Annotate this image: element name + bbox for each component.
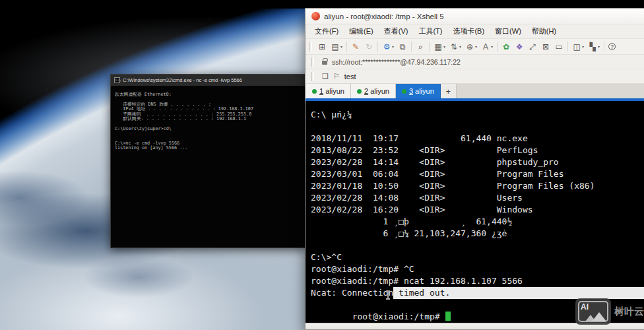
- lock-icon: ⊠: [541, 42, 550, 51]
- menu-help[interactable]: 帮助(H): [527, 26, 562, 36]
- fullscreen-icon: ⤢: [528, 42, 537, 51]
- menu-window[interactable]: 窗口(W): [490, 26, 527, 36]
- lock-button[interactable]: ⊠: [539, 40, 552, 53]
- transfer-icon: ⇅: [449, 42, 459, 51]
- new-tab-button[interactable]: +: [441, 84, 457, 98]
- xshell-titlebar[interactable]: aliyun - root@xiaodi: /tmp - Xshell 5: [306, 9, 644, 24]
- terminal-line: root@xiaodi:/tmp# ^C: [311, 263, 644, 275]
- terminal-line: 2023/02/28 14:08 <DIR> Users: [311, 192, 644, 204]
- terminal-line: 2013/08/22 23:52 <DIR> PerfLogs: [311, 145, 644, 156]
- watermark: AI 树叶云: [575, 298, 644, 325]
- cmd-line: [115, 131, 302, 136]
- ncat-error-text: Ncat: Connection: [311, 287, 393, 299]
- session-properties-button[interactable]: ⚙▾: [380, 40, 396, 53]
- transfer-button[interactable]: ⇅▾: [447, 40, 463, 53]
- lock-icon: [322, 61, 327, 65]
- new-session-icon: ⊞: [317, 42, 327, 51]
- menu-edit[interactable]: 编辑(E): [344, 26, 379, 36]
- terminal-line: 2023/03/01 06:04 <DIR> Program Files: [311, 168, 644, 180]
- cmd-window-title: C:\Windows\system32\cmd.exe - nc -e cmd …: [123, 77, 242, 83]
- cmd-line: listening on [any] 5566 ...: [115, 146, 302, 150]
- new-session-button[interactable]: ⊞: [315, 40, 329, 53]
- toolbar-separator: [567, 42, 568, 51]
- xshell-toolbar: ⊞ ▤▾ ✎ ↻ ⚙▾ ⧉ ⌕ ▦▾ ⇅▾ ⊕▾ A▾ ✿ ❖ ⤢ ⊠ ▭ ◫▾…: [306, 39, 644, 55]
- cmd-terminal[interactable]: 以太网适配器 Ethernet0: 连接特定的 DNS 后缀 . . . . .…: [111, 86, 306, 151]
- tab-connected-icon: [357, 89, 362, 94]
- menu-view[interactable]: 查看(V): [379, 26, 414, 36]
- terminal-cursor: [445, 312, 451, 321]
- session-shortcut-icon[interactable]: ❏: [322, 72, 329, 81]
- search-icon: ⌕: [416, 42, 425, 51]
- font-button[interactable]: A▾: [479, 40, 495, 53]
- print-button[interactable]: ▦▾: [432, 40, 447, 53]
- tab-2-aliyun[interactable]: 2 aliyun: [351, 84, 396, 98]
- plugin-icon: ❖: [515, 42, 524, 51]
- bookmark-item-test[interactable]: test: [344, 73, 356, 81]
- mouse-ibeam-cursor: [387, 291, 389, 299]
- copy-icon: ⧉: [398, 42, 407, 51]
- font-icon: A: [481, 42, 490, 51]
- open-folder-icon: ▤: [331, 42, 340, 51]
- tab-3-aliyun-active[interactable]: 3 aliyun: [396, 84, 441, 98]
- dropdown-caret-icon: ▾: [598, 44, 600, 49]
- toolbar-separator: [497, 42, 498, 51]
- cmd-titlebar[interactable]: C:\ C:\Windows\system32\cmd.exe - nc -e …: [111, 75, 306, 86]
- bookmark-flag-icon[interactable]: ⚐: [333, 72, 340, 81]
- tab-label: aliyun: [325, 87, 344, 95]
- keymap-button[interactable]: ▭: [552, 40, 565, 53]
- menu-tabs[interactable]: 选项卡(B): [447, 26, 490, 36]
- find-button[interactable]: ⌕: [414, 40, 427, 53]
- dropdown-caret-icon: ▾: [582, 44, 584, 49]
- dropdown-caret-icon: ▾: [491, 44, 493, 49]
- xshell-window-title: aliyun - root@xiaodi: /tmp - Xshell 5: [324, 13, 444, 20]
- cmd-line: C:\Users\zyjsuper>cd\: [115, 127, 302, 131]
- terminal-line: root@xiaodi:/tmp# ncat 192.168.1.107 556…: [311, 275, 644, 287]
- layout-button[interactable]: ▚▾: [586, 40, 602, 53]
- fullscreen-button[interactable]: ⤢: [526, 40, 539, 53]
- terminal-line: C:\>^C: [311, 251, 644, 263]
- help-button[interactable]: ?: [606, 40, 618, 53]
- picture-frame-icon: AI: [578, 301, 608, 322]
- copy-button[interactable]: ⧉: [396, 40, 409, 53]
- cmd-line: 以太网适配器 Ethernet0:: [115, 92, 302, 97]
- tab-label: aliyun: [370, 87, 389, 95]
- reconnect-button[interactable]: ↻: [362, 40, 375, 53]
- xshell-window: aliyun - root@xiaodi: /tmp - Xshell 5 文件…: [305, 8, 644, 330]
- xshell-terminal[interactable]: C:\ µń¿¼ 2018/11/11 19:17 61,440 nc.exe …: [306, 101, 644, 323]
- xshell-logo-icon: [311, 12, 320, 20]
- shell-prompt: root@xiaodi:/tmp#: [352, 312, 445, 321]
- watermark-logo: AI: [575, 298, 611, 325]
- web-button[interactable]: ⊕▾: [463, 40, 479, 53]
- tab-1-aliyun[interactable]: 1 aliyun: [306, 84, 351, 98]
- toolbar-grip: [309, 42, 312, 51]
- reconnect-icon: ↻: [364, 42, 373, 51]
- terminal-line-ncat-error: Ncat: Connection timed out.: [311, 287, 644, 299]
- watermark-text: 树叶云: [614, 306, 644, 318]
- tab-connected-icon: [312, 89, 317, 94]
- terminal-line: 2023/01/18 10:50 <DIR> Program Files (x8…: [311, 180, 644, 192]
- terminal-line: [311, 240, 644, 251]
- toolbar-separator: [429, 42, 430, 51]
- ai-logo-text: AI: [581, 302, 589, 312]
- plugin-button[interactable]: ❖: [513, 40, 526, 53]
- toolbar-separator: [346, 42, 347, 51]
- leaf-tool-button[interactable]: ✿: [499, 40, 513, 53]
- menu-file[interactable]: 文件(F): [309, 26, 344, 36]
- ssh-url[interactable]: ssh://root:**************@47.94.236.117:…: [332, 58, 461, 66]
- open-session-button[interactable]: ▤▾: [329, 40, 344, 53]
- layout-icon: ▚: [588, 42, 597, 51]
- bookmark-bar: ❏ ⚐ test: [306, 69, 644, 84]
- new-window-button[interactable]: ◫▾: [570, 40, 586, 53]
- terminal-line: 1 ¸□þ ¸ 61,440½: [311, 216, 644, 228]
- cmd-window[interactable]: C:\ C:\Windows\system32\cmd.exe - nc -e …: [110, 74, 307, 248]
- bookmarkbar-grip: [311, 72, 314, 81]
- clear-screen-button[interactable]: ✎: [349, 40, 362, 53]
- dropdown-caret-icon: ▾: [443, 44, 445, 49]
- mountain-icon: [592, 312, 606, 321]
- terminal-line: 6 ¸□¼ 21,103,247,360 ¿ʒė: [311, 228, 644, 240]
- menu-tools[interactable]: 工具(T): [413, 26, 447, 36]
- address-bar[interactable]: ssh://root:**************@47.94.236.117:…: [306, 55, 644, 69]
- tab-connected-icon: [402, 89, 406, 94]
- tab-bar: 1 aliyun 2 aliyun 3 aliyun +: [306, 84, 644, 98]
- toolbar-separator: [604, 42, 604, 51]
